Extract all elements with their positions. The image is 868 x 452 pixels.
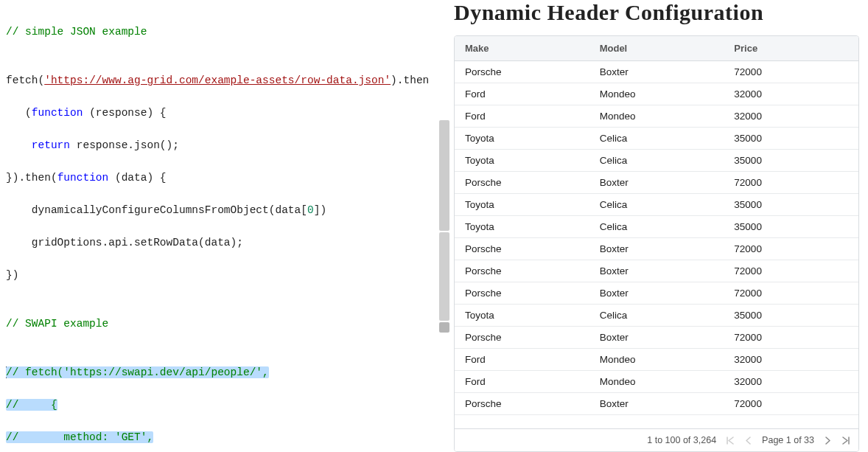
table-row[interactable]: PorscheBoxter72000 (455, 393, 858, 415)
table-cell-model: Mondeo (589, 105, 724, 127)
table-cell-make: Ford (455, 349, 589, 370)
table-cell-make: Toyota (455, 216, 589, 237)
code-keyword: function (57, 172, 109, 184)
table-row[interactable]: ToyotaCelica35000 (455, 128, 858, 150)
code-text: data (122, 172, 147, 184)
table-cell-make: Porsche (455, 172, 589, 193)
editor-scrollbar-vertical[interactable] (439, 0, 449, 452)
table-cell-price: 72000 (724, 393, 858, 414)
preview-pane: Dynamic Header Configuration Make Model … (442, 0, 868, 452)
table-cell-price: 72000 (724, 282, 858, 304)
pager-range: 1 to 100 of 3,264 (647, 435, 716, 445)
table-cell-price: 35000 (724, 305, 858, 326)
table-cell-model: Celica (589, 305, 724, 326)
table-cell-make: Ford (455, 105, 589, 127)
table-cell-price: 32000 (724, 105, 858, 127)
table-cell-model: Celica (589, 150, 724, 171)
table-cell-price: 72000 (724, 172, 858, 193)
table-row[interactable]: ToyotaCelica35000 (455, 150, 858, 172)
code-editor[interactable]: // simple JSON example fetch('https://ww… (0, 0, 442, 452)
table-row[interactable]: PorscheBoxter72000 (455, 327, 858, 349)
table-row[interactable]: PorscheBoxter72000 (455, 61, 858, 83)
splitter-handle[interactable] (439, 232, 449, 321)
table-row[interactable]: ToyotaCelica35000 (455, 216, 858, 238)
last-page-icon[interactable] (841, 437, 850, 445)
table-cell-price: 32000 (724, 371, 858, 392)
table-row[interactable]: FordMondeo32000 (455, 349, 858, 371)
table-cell-make: Toyota (455, 150, 589, 171)
code-text: dynamicallyConfigureColumnsFromObject(da… (32, 204, 307, 216)
table-row[interactable]: FordMondeo32000 (455, 371, 858, 393)
table-cell-make: Porsche (455, 327, 589, 348)
table-row[interactable]: FordMondeo32000 (455, 83, 858, 105)
table-cell-model: Mondeo (589, 83, 724, 105)
splitter-handle[interactable] (439, 322, 449, 333)
table-cell-price: 72000 (724, 238, 858, 260)
table-cell-model: Boxter (589, 282, 724, 304)
grid-header-row: Make Model Price (455, 36, 858, 61)
column-header-model[interactable]: Model (589, 36, 724, 60)
table-cell-make: Toyota (455, 305, 589, 326)
table-cell-price: 32000 (724, 349, 858, 370)
grid-body[interactable]: PorscheBoxter72000FordMondeo32000FordMon… (455, 61, 858, 428)
table-cell-price: 72000 (724, 327, 858, 348)
table-cell-model: Mondeo (589, 349, 724, 370)
table-row[interactable]: PorscheBoxter72000 (455, 260, 858, 282)
table-cell-make: Ford (455, 83, 589, 105)
table-cell-make: Porsche (455, 282, 589, 304)
splitter-handle[interactable] (439, 120, 449, 231)
table-cell-make: Porsche (455, 61, 589, 83)
table-cell-model: Celica (589, 128, 724, 149)
table-cell-model: Boxter (589, 172, 724, 193)
code-text: response (96, 107, 147, 119)
selected-code: // fetch('https://swapi.dev/api/people/'… (6, 366, 269, 378)
table-cell-model: Boxter (589, 260, 724, 282)
code-text: fetch (6, 74, 38, 86)
table-cell-make: Toyota (455, 194, 589, 215)
code-number: 0 (307, 204, 314, 216)
table-cell-price: 72000 (724, 260, 858, 282)
table-row[interactable]: FordMondeo32000 (455, 105, 858, 128)
table-row[interactable]: ToyotaCelica35000 (455, 305, 858, 327)
pager-page: Page 1 of 33 (762, 435, 814, 445)
table-row[interactable]: ToyotaCelica35000 (455, 194, 858, 216)
table-row[interactable]: PorscheBoxter72000 (455, 172, 858, 194)
column-header-make[interactable]: Make (455, 36, 589, 60)
table-cell-model: Boxter (589, 61, 724, 83)
first-page-icon[interactable] (727, 437, 735, 445)
table-cell-model: Mondeo (589, 371, 724, 392)
selected-code: // { (6, 399, 57, 411)
table-row[interactable]: PorscheBoxter72000 (455, 282, 858, 305)
table-cell-price: 35000 (724, 194, 858, 215)
table-cell-model: Celica (589, 216, 724, 237)
table-cell-model: Boxter (589, 393, 724, 414)
code-keyword: return (32, 139, 70, 151)
code-comment: // simple JSON example (6, 26, 147, 38)
code-comment: // SWAPI example (6, 318, 108, 330)
table-cell-make: Ford (455, 371, 589, 392)
table-cell-model: Celica (589, 194, 724, 215)
table-cell-price: 35000 (724, 128, 858, 149)
code-keyword: function (32, 107, 83, 119)
prev-page-icon[interactable] (745, 437, 752, 445)
table-cell-make: Porsche (455, 260, 589, 282)
data-grid: Make Model Price PorscheBoxter72000FordM… (454, 35, 859, 452)
table-cell-price: 35000 (724, 150, 858, 171)
selected-code: // method: 'GET', (6, 431, 153, 443)
table-cell-price: 35000 (724, 216, 858, 237)
code-text: response.json(); (77, 139, 179, 151)
next-page-icon[interactable] (825, 437, 831, 445)
table-row[interactable]: PorscheBoxter72000 (455, 238, 858, 260)
grid-pager: 1 to 100 of 3,264 Page 1 of 33 (455, 428, 858, 451)
table-cell-model: Boxter (589, 327, 724, 348)
table-cell-price: 72000 (724, 61, 858, 83)
code-text: gridOptions.api.setRowData(data); (32, 237, 243, 248)
column-header-price[interactable]: Price (724, 36, 858, 60)
code-text: ]) (314, 204, 326, 216)
table-cell-model: Boxter (589, 238, 724, 260)
page-title: Dynamic Header Configuration (454, 0, 859, 25)
code-url: 'https://www.ag-grid.com/example-assets/… (44, 74, 391, 86)
table-cell-make: Toyota (455, 128, 589, 149)
table-cell-price: 32000 (724, 83, 858, 105)
table-cell-make: Porsche (455, 393, 589, 414)
